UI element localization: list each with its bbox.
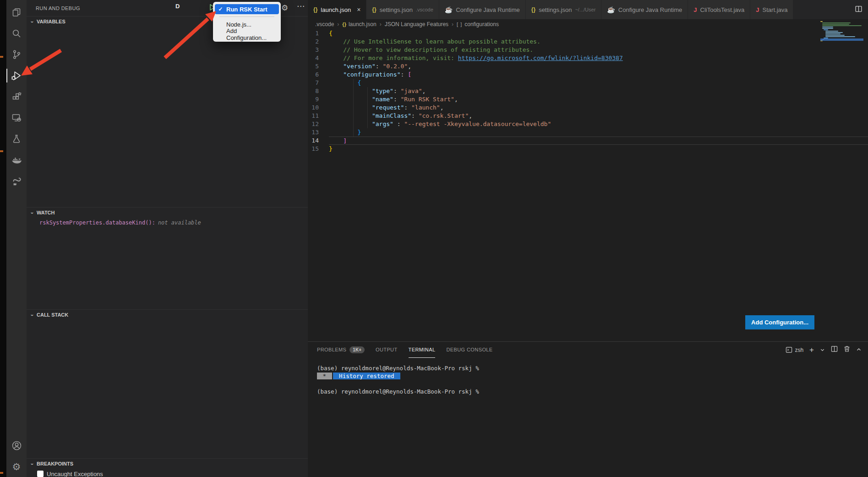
split-terminal-icon[interactable] <box>831 345 838 354</box>
panel-tab-label: OUTPUT <box>376 347 398 352</box>
terminal-shell-chip[interactable]: zsh <box>786 346 803 353</box>
terminal-output[interactable]: (base) reynoldmorel@Reynolds-MacBook-Pro… <box>308 358 868 477</box>
new-terminal-icon[interactable]: + <box>809 345 814 355</box>
line-content[interactable]: "args" : "--regtest -Xkeyvalue.datasourc… <box>329 120 868 128</box>
line-content[interactable]: ] <box>329 137 868 145</box>
line-number[interactable]: 14 <box>308 137 329 145</box>
line-content[interactable]: { <box>329 79 868 87</box>
tab-settings-json-vscode[interactable]: {}settings.json.vscode <box>366 0 439 19</box>
line-content[interactable]: // Hover to view descriptions of existin… <box>329 46 868 54</box>
json-file-icon: {} <box>372 6 376 13</box>
search-icon[interactable] <box>6 23 27 44</box>
tab-settings-json-user[interactable]: {}settings.json~/.../User <box>526 0 602 19</box>
watch-expression-row[interactable]: rskSystemProperties.databaseKind():not a… <box>27 217 308 226</box>
line-content[interactable]: "name": "Run RSK Start", <box>329 95 868 104</box>
settings-icon[interactable]: ⚙ <box>6 456 27 477</box>
breakpoints-section-header[interactable]: ⌄ BREAKPOINTS <box>27 458 308 468</box>
remote-explorer-icon[interactable] <box>6 107 27 128</box>
explorer-icon[interactable] <box>6 2 27 23</box>
line-content[interactable]: "request": "launch", <box>329 104 868 112</box>
line-number[interactable]: 7 <box>308 79 329 87</box>
tab-start-java[interactable]: JStart.java <box>750 0 793 19</box>
line-number[interactable]: 11 <box>308 112 329 120</box>
line-number[interactable]: 12 <box>308 120 329 128</box>
code-token: "--regtest -Xkeyvalue.datasource=leveldb… <box>404 121 551 127</box>
source-control-icon[interactable] <box>6 44 27 65</box>
line-number[interactable]: 1 <box>308 29 329 38</box>
breakpoint-row-uncaught-exceptions[interactable]: Uncaught Exceptions <box>27 468 308 477</box>
panel-tab-terminal[interactable]: TERMINAL <box>409 342 436 358</box>
watch-section-header[interactable]: ⌄ WATCH <box>27 207 308 217</box>
line-number[interactable]: 13 <box>308 128 329 137</box>
minimap-line <box>825 31 838 32</box>
code-link[interactable]: https://go.microsoft.com/fwlink/?linkid=… <box>458 55 623 61</box>
add-configuration-button[interactable]: Add Configuration... <box>745 315 814 329</box>
config-select-fragment[interactable]: D <box>175 3 180 10</box>
shell-label: zsh <box>795 347 803 353</box>
breakpoint-checkbox[interactable] <box>37 471 44 477</box>
run-and-debug-icon[interactable] <box>6 65 27 86</box>
kill-terminal-trash-icon[interactable] <box>844 345 850 354</box>
code-token: } <box>329 145 333 152</box>
terminal-dropdown-chevron-icon[interactable] <box>820 346 825 354</box>
tab-configure-java-runtime[interactable]: ☕Configure Java Runtime <box>601 0 688 19</box>
menu-item-label: Node.js... <box>226 21 251 28</box>
watch-expression: rskSystemProperties.databaseKind(): <box>39 219 155 226</box>
call-stack-section-header[interactable]: ⌄ CALL STACK <box>27 309 308 319</box>
minimap-line <box>822 28 833 29</box>
extensions-icon[interactable] <box>6 86 27 107</box>
code-line-7: 7{ <box>308 79 868 87</box>
line-number[interactable]: 10 <box>308 104 329 112</box>
tab-launch-json[interactable]: {}launch.json× <box>308 0 366 19</box>
line-number[interactable]: 3 <box>308 46 329 54</box>
line-content[interactable]: } <box>329 145 868 153</box>
breadcrumb-item-configurations[interactable]: [ ]configurations <box>457 21 499 27</box>
line-content[interactable]: } <box>329 128 868 137</box>
line-content[interactable]: "version": "0.2.0", <box>329 62 868 71</box>
breadcrumb-separator: › <box>452 21 453 27</box>
minimap-line <box>822 27 833 27</box>
panel-tab-problems[interactable]: PROBLEMS1K+ <box>317 342 365 358</box>
code-editor[interactable]: 1{2// Use IntelliSense to learn about po… <box>308 29 868 341</box>
debug-settings-gear-icon[interactable]: ⚙ <box>281 3 288 13</box>
line-number[interactable]: 5 <box>308 62 329 71</box>
call-stack-section-body <box>27 319 308 458</box>
java-file-icon: J <box>693 6 697 13</box>
line-number[interactable]: 4 <box>308 54 329 62</box>
menu-item-run-rsk-start[interactable]: ✓Run RSK Start <box>215 4 279 14</box>
breadcrumb-item-launch-json[interactable]: {}launch.json <box>342 21 376 27</box>
accounts-icon[interactable] <box>6 435 27 456</box>
line-number[interactable]: 6 <box>308 71 329 79</box>
menu-item-add-configuration[interactable]: Add Configuration... <box>215 29 279 39</box>
terminal-prompt-line: (base) reynoldmorel@Reynolds-MacBook-Pro… <box>317 364 868 372</box>
docker-icon[interactable] <box>6 149 27 170</box>
breadcrumb-item-json-language-features[interactable]: JSON Language Features <box>385 21 448 27</box>
line-content[interactable]: "mainClass": "co.rsk.Start", <box>329 112 868 120</box>
close-tab-icon[interactable]: × <box>357 6 360 13</box>
line-number[interactable]: 15 <box>308 145 329 153</box>
tab-label: launch.json <box>321 6 351 13</box>
line-number[interactable]: 2 <box>308 38 329 46</box>
minimap-line <box>825 33 841 34</box>
line-number[interactable]: 9 <box>308 95 329 104</box>
tab-configure-java-runtime[interactable]: ☕Configure Java Runtime <box>439 0 526 19</box>
line-content[interactable]: { <box>329 29 868 38</box>
line-number[interactable]: 8 <box>308 87 329 95</box>
testing-icon[interactable] <box>6 128 27 149</box>
panel-tab-debug-console[interactable]: DEBUG CONSOLE <box>446 342 492 358</box>
minimap-line <box>822 25 862 26</box>
gradle-icon[interactable] <box>6 170 27 192</box>
tab-clitoolstest-java[interactable]: JCliToolsTest.java <box>688 0 750 19</box>
line-content[interactable]: // Use IntelliSense to learn about possi… <box>329 38 868 46</box>
split-editor-icon[interactable] <box>855 5 863 15</box>
line-content[interactable]: "configurations": [ <box>329 71 868 79</box>
maximize-panel-chevron-icon[interactable] <box>856 346 862 354</box>
line-content[interactable]: "type": "java", <box>329 87 868 95</box>
views-more-actions-icon[interactable]: ⋯ <box>297 1 305 11</box>
breakpoints-section-label: BREAKPOINTS <box>37 461 73 466</box>
minimap-line <box>822 24 850 25</box>
line-content[interactable]: // For more information, visit: https://… <box>329 54 868 62</box>
minimap[interactable] <box>820 21 863 42</box>
breadcrumb-item-vscode[interactable]: .vscode <box>315 21 334 27</box>
panel-tab-output[interactable]: OUTPUT <box>376 342 398 358</box>
